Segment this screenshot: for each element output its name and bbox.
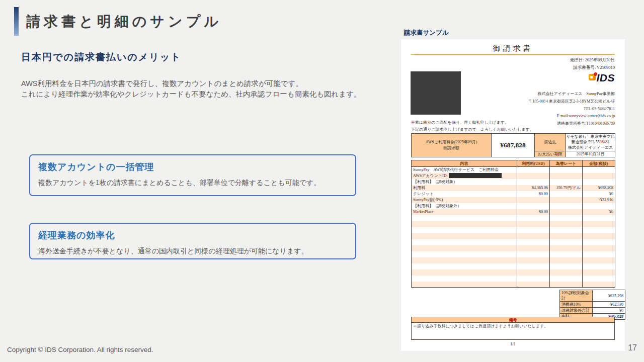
invoice-issue-date: 発行日: 2025年09月30日 bbox=[570, 56, 615, 64]
invoice-detail-row bbox=[412, 221, 615, 227]
invoice-detail-row: MarketPlace$0.00¥0 bbox=[412, 209, 615, 215]
benefit-heading: 経理業務の効率化 bbox=[38, 229, 347, 241]
invoice-detail-body: SunnyPay AWS請求代行サービス ご利用料金AWSアカウントID:【利用… bbox=[412, 167, 615, 288]
issuer-company-block: 株式会社アイディーエス SunnyPay事業部 〒105-0014 東京都港区芝… bbox=[528, 90, 615, 128]
totals-row: 消費税10% ¥62,530 bbox=[560, 302, 625, 308]
redacted-aws-account-id bbox=[449, 173, 502, 178]
bank-account-holder: 株式会社アイディーエス bbox=[566, 145, 615, 150]
invoice-detail-row bbox=[412, 227, 615, 233]
page-title: 請求書と明細のサンプル bbox=[26, 12, 222, 31]
totals-label: 10%課税対象合計 bbox=[560, 290, 593, 302]
invoice-number: 請求書番号: V2509010 bbox=[570, 64, 615, 71]
invoice-title: 御請求書 bbox=[401, 44, 625, 53]
issuer-registration-number: 適格事業所番号:T1010401036780 bbox=[528, 120, 615, 128]
invoice-page-indicator: 1/1 bbox=[401, 341, 625, 346]
invoice-sample-label: 請求書サンプル bbox=[404, 29, 449, 37]
bank-account-number: 普通預金 593-5598481 bbox=[566, 139, 615, 145]
transfer-destination-label: 振込先 bbox=[535, 134, 566, 151]
header-content: 内容 bbox=[412, 160, 517, 167]
header-exchange-rate: 為替レート bbox=[550, 160, 583, 167]
invoice-detail-row bbox=[412, 215, 615, 221]
billing-summary-table: AWSご利用料金(2025年09月) 御請求額 ¥687,828 振込先 りそな… bbox=[411, 133, 615, 157]
billing-summary-label: AWSご利用料金(2025年09月) 御請求額 bbox=[412, 134, 492, 157]
section-subtitle: 日本円での請求書払いのメリット bbox=[21, 51, 182, 64]
invoice-detail-row: AWSアカウントID: bbox=[412, 173, 615, 179]
invoice-detail-row bbox=[412, 269, 615, 276]
invoice-detail-row bbox=[412, 282, 615, 288]
detail-header-row: 内容 利用料(USD) 為替レート 金額(税抜) bbox=[412, 160, 615, 167]
invoice-detail-row bbox=[412, 276, 615, 282]
invoice-detail-row: SunnyPay割(-5%)-¥32,910 bbox=[412, 197, 615, 203]
invoice-detail-row bbox=[412, 233, 615, 239]
invoice-detail-row bbox=[412, 263, 615, 269]
benefit-text: 複数アカウントを1枚の請求書にまとめることも、部署単位で分離することも可能です。 bbox=[38, 178, 347, 188]
header-usage-usd: 利用料(USD) bbox=[517, 160, 550, 167]
bank-name: りそな銀行 東京中央支店 bbox=[566, 134, 615, 139]
greeting-line-1: 平素は格別のご高配を賜り、厚く御礼申し上げます。 bbox=[411, 119, 534, 126]
issuer-tel: TEL:03-5484-7811 bbox=[528, 106, 615, 113]
invoice-detail-row: SunnyPay AWS請求代行サービス ご利用料金 bbox=[412, 167, 615, 173]
invoice-detail-row: クレジット$0.00¥0 bbox=[412, 191, 615, 197]
invoice-detail-row bbox=[412, 251, 615, 257]
benefit-heading: 複数アカウントの一括管理 bbox=[38, 161, 347, 173]
invoice-meta: 発行日: 2025年09月30日 請求書番号: V2509010 bbox=[570, 56, 615, 72]
greeting-line-2: 下記の通りご請求申し上げますので、よろしくお願いいたします。 bbox=[411, 126, 534, 133]
totals-row: 10%課税対象合計 ¥625,298 bbox=[560, 290, 625, 302]
slide-page-number: 17 bbox=[628, 343, 637, 352]
benefit-box-account-management: 複数アカウントの一括管理 複数アカウントを1枚の請求書にまとめることも、部署単位… bbox=[29, 154, 356, 196]
invoice-detail-row bbox=[412, 257, 615, 263]
notes-rule bbox=[412, 335, 614, 339]
issuer-email: E-mail:sunnyview-center@ids.co.jp bbox=[528, 113, 615, 120]
ids-logo-text: IDS bbox=[596, 72, 615, 83]
invoice-detail-table: 内容 利用料(USD) 為替レート 金額(税抜) SunnyPay AWS請求代… bbox=[411, 160, 615, 288]
totals-row: 課税対象外合計 ¥0 bbox=[560, 308, 625, 314]
billing-total-amount: ¥687,828 bbox=[492, 134, 535, 157]
invoice-detail-row: 【利用料】（課税対象外） bbox=[412, 203, 615, 209]
totals-value: ¥0 bbox=[593, 308, 625, 314]
invoice-document: 御請求書 発行日: 2025年09月30日 請求書番号: V2509010 ID… bbox=[401, 39, 625, 351]
ids-logo: IDS bbox=[589, 72, 615, 83]
totals-label: 消費税10% bbox=[560, 302, 593, 308]
invoice-title-rule bbox=[411, 54, 615, 55]
issuer-address: 〒105-0014 東京都港区芝2-3-18YM芝公園ビル4F bbox=[528, 98, 615, 106]
benefit-text: 海外送金手続きが不要となり、通常の国内取引と同様の経理処理が可能になります。 bbox=[38, 247, 347, 256]
invoice-totals-table: 10%課税対象合計 ¥625,298 消費税10% ¥62,530 課税対象外合… bbox=[559, 290, 625, 320]
due-date-label: お支払い期限 bbox=[535, 151, 566, 157]
notes-text: ※振り込み手数料につきましてはご負担頂けますようお願いいたします。 bbox=[412, 323, 614, 335]
due-date-value: 2025年10月31日 bbox=[566, 151, 615, 157]
totals-label: 課税対象外合計 bbox=[560, 308, 593, 314]
greeting-block: 平素は格別のご高配を賜り、厚く御礼申し上げます。 下記の通りご請求申し上げますの… bbox=[411, 119, 534, 133]
intro-line-2: これにより経理作業が効率化やクレジットカードも不要なため、社内承認フローも簡素化… bbox=[21, 89, 393, 100]
title-accent-bar bbox=[14, 7, 19, 36]
ids-logo-icon bbox=[589, 74, 596, 80]
intro-line-1: AWS利用料金を日本円の請求書で発行し、複数アカウントのまとめ請求が可能です。 bbox=[21, 78, 393, 89]
totals-value: ¥625,298 bbox=[593, 290, 625, 302]
redacted-customer-name bbox=[411, 71, 461, 115]
intro-paragraph: AWS利用料金を日本円の請求書で発行し、複数アカウントのまとめ請求が可能です。 … bbox=[21, 78, 393, 100]
issuer-company-name: 株式会社アイディーエス SunnyPay事業部 bbox=[528, 90, 615, 98]
notes-section: 備考 ※振り込み手数料につきましてはご負担頂けますようお願いいたします。 bbox=[411, 317, 615, 340]
copyright-text: Copyright © IDS Corporation. All rights … bbox=[7, 346, 153, 353]
header-amount-excl-tax: 金額(税抜) bbox=[583, 160, 615, 167]
bank-account-info: りそな銀行 東京中央支店 普通預金 593-5598481 株式会社アイディーエ… bbox=[566, 134, 615, 151]
benefit-box-accounting-efficiency: 経理業務の効率化 海外送金手続きが不要となり、通常の国内取引と同様の経理処理が可… bbox=[29, 223, 356, 259]
invoice-detail-row: 利用料$4,365.06150.79円/ドル¥658,208 bbox=[412, 185, 615, 191]
invoice-detail-row bbox=[412, 239, 615, 245]
invoice-detail-row bbox=[412, 245, 615, 251]
invoice-detail-row: 【利用料】（課税対象） bbox=[412, 179, 615, 185]
totals-value: ¥62,530 bbox=[593, 302, 625, 308]
notes-header: 備考 bbox=[412, 317, 614, 323]
